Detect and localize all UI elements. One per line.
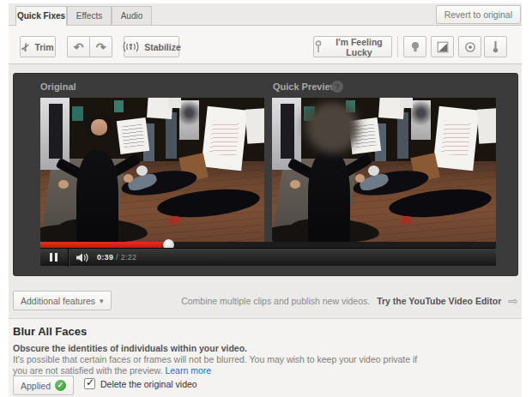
blur-all-faces-section: Blur All Faces Obscure the identities of… <box>9 318 522 397</box>
video-editor-link[interactable]: Try the YouTube Video Editor <box>377 296 501 306</box>
temperature-button[interactable] <box>484 36 507 57</box>
delete-original-label[interactable]: Delete the original video <box>100 379 197 389</box>
quick-preview-label: Quick Preview <box>273 81 337 92</box>
feeling-lucky-button[interactable]: I'm Feeling Lucky <box>313 36 392 57</box>
scene-shoe <box>168 216 182 225</box>
stabilize-button[interactable]: Stabilize <box>124 36 179 57</box>
trim-label: Trim <box>34 42 53 52</box>
revert-to-original-button[interactable]: Revert to original <box>436 5 521 24</box>
contrast-button[interactable] <box>431 36 454 57</box>
scene-shoe <box>400 216 414 225</box>
scene-signe <box>477 109 496 145</box>
scene-body <box>76 149 119 242</box>
scene-handl <box>58 180 69 189</box>
scene-signd <box>432 105 479 170</box>
tab-audio[interactable]: Audio <box>112 6 152 26</box>
scene-cap <box>136 165 148 176</box>
scene-face <box>91 119 108 135</box>
section-description: It's possible that certain faces or fram… <box>13 354 418 376</box>
scene-signa <box>117 117 149 153</box>
color-target-icon <box>464 41 476 53</box>
scene-door <box>281 104 294 159</box>
tab-effects[interactable]: Effects <box>67 6 112 26</box>
stabilize-label: Stabilize <box>144 42 181 52</box>
player-controls: 0:39 / 2:22 <box>40 248 496 266</box>
delete-original-checkbox[interactable] <box>84 378 95 389</box>
progress-fill <box>40 242 168 248</box>
tab-quick-fixes[interactable]: Quick Fixes <box>15 6 67 27</box>
arrow-right-icon: ⇨ <box>508 295 518 307</box>
delete-original-row[interactable]: Delete the original video <box>84 378 197 389</box>
wand-icon <box>314 40 323 53</box>
scene-body <box>308 149 351 242</box>
controls-divider <box>68 249 69 267</box>
additional-features-button[interactable]: Additional features ▾ <box>13 291 112 310</box>
rotate-left-button[interactable]: ↶ <box>67 36 90 57</box>
rotate-left-icon: ↶ <box>74 41 84 53</box>
scissors-icon: ✂ <box>19 40 33 54</box>
scene-jeans2 <box>397 112 408 159</box>
chevron-down-icon: ▾ <box>100 297 104 305</box>
section-title: Blur All Faces <box>13 325 87 338</box>
time-separator: / <box>113 253 120 262</box>
trim-button[interactable]: ✂ Trim <box>20 36 56 57</box>
duration: 2:22 <box>121 253 137 262</box>
scene-signd <box>201 105 247 170</box>
original-label: Original <box>40 81 76 92</box>
additional-features-label: Additional features <box>21 296 95 306</box>
lightbulb-icon <box>410 41 420 53</box>
tab-strip: Quick Fixes Effects Audio Revert to orig… <box>9 3 522 26</box>
scene-signc <box>411 100 431 139</box>
toolbar-divider <box>397 36 398 57</box>
time-display: 0:39 / 2:22 <box>97 253 136 262</box>
brightness-button[interactable] <box>403 36 426 57</box>
current-time: 0:39 <box>97 253 113 262</box>
preview-player-panel: Original Quick Preview ? 0:39 / 2:22 <box>13 73 518 276</box>
learn-more-link[interactable]: Learn more <box>165 365 211 376</box>
description-text: It's possible that certain faces or fram… <box>13 354 417 376</box>
contrast-icon <box>437 41 449 53</box>
video-frame-original <box>40 98 264 242</box>
section-subtitle: Obscure the identities of individuals wi… <box>13 343 247 353</box>
pause-button[interactable] <box>47 253 60 262</box>
temperature-icon <box>492 40 499 53</box>
scene-teal2 <box>114 100 123 111</box>
toolbar: ✂ Trim ↶ ↷ Stabilize <box>9 26 522 64</box>
applied-label: Applied <box>21 381 51 391</box>
progress-bar[interactable] <box>40 242 496 248</box>
scene-signc <box>179 100 199 139</box>
scene-handl <box>290 180 300 189</box>
scene-blob <box>310 105 357 152</box>
applied-button[interactable]: Applied ✓ <box>13 376 74 395</box>
feeling-lucky-label: I'm Feeling Lucky <box>327 37 391 57</box>
scene-teal <box>72 106 83 121</box>
help-icon[interactable]: ? <box>331 81 343 93</box>
scene-signf <box>400 98 414 108</box>
rotate-right-button[interactable]: ↷ <box>89 36 112 57</box>
video-frame-preview <box>272 98 496 242</box>
volume-button[interactable] <box>76 253 89 262</box>
editor-promo: Combine multiple clips and publish new v… <box>181 295 518 307</box>
enhancements-page: Quick Fixes Effects Audio Revert to orig… <box>9 3 522 397</box>
scene-signf <box>168 98 182 108</box>
stabilize-icon <box>122 41 140 52</box>
color-button[interactable] <box>458 36 481 57</box>
green-check-icon: ✓ <box>55 380 66 391</box>
rotate-right-icon: ↷ <box>96 41 106 53</box>
scene-door <box>49 104 63 159</box>
scene-signe <box>245 109 264 145</box>
scene-jeans2 <box>166 112 177 159</box>
scene-cap <box>368 165 379 176</box>
speaker-icon <box>76 253 89 262</box>
combine-clips-text: Combine multiple clips and publish new v… <box>181 296 370 306</box>
